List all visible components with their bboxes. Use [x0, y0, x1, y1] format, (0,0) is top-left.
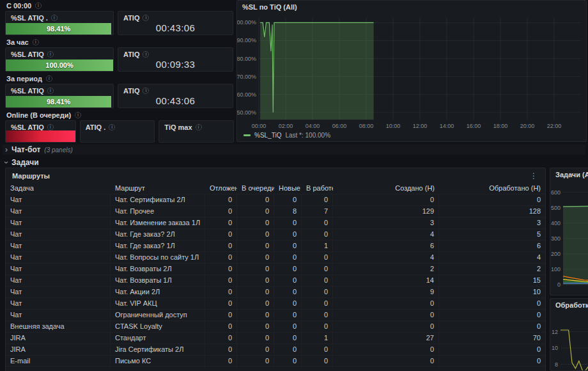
column-header[interactable]: Обработано (Н): [439, 184, 545, 192]
gauge-panel-sl-atiq: %SL ATIQ 100.00%: [5, 47, 114, 72]
svg-text:500: 500: [551, 205, 561, 211]
table-cell: Ограниченный доступ: [111, 310, 205, 321]
stat-panel-tiq-max: TiQ max: [159, 120, 234, 143]
table-cell: 0: [439, 194, 545, 206]
table-cell: 0: [302, 321, 333, 333]
table-cell: Чат. Акции 2Л: [111, 287, 205, 298]
table-cell: 0: [333, 298, 439, 310]
table-cell: Чат: [6, 241, 111, 252]
info-icon[interactable]: [35, 3, 42, 9]
table-cell: 0: [439, 356, 545, 367]
table-cell: 0: [333, 356, 439, 367]
gauge-value: 98.41%: [6, 98, 111, 106]
column-header[interactable]: В работе: [302, 184, 333, 192]
svg-text:100.00%: 100.00%: [237, 19, 256, 26]
table-cell: Чат: [6, 217, 111, 229]
info-icon[interactable]: [33, 39, 39, 45]
table-cell: 0: [439, 321, 545, 333]
panel-title: ATIQ .: [81, 121, 155, 134]
table-cell: 0: [274, 217, 302, 229]
info-icon[interactable]: [143, 51, 149, 58]
table-row: ЧатЧат. Изменение заказа 1Л000033: [6, 217, 545, 228]
table-cell: 0: [274, 356, 302, 367]
column-header[interactable]: Отложены: [205, 184, 237, 192]
row-group-per-hour: За час %SL ATIQ 100.00% ATIQ: [5, 38, 234, 72]
table-row: ЧатЧат. Где заказ? 1Л000166: [6, 240, 545, 251]
table-cell: 0: [205, 206, 237, 217]
svg-text:00:00: 00:00: [252, 123, 267, 129]
row-title-online-queue[interactable]: Online (В очереди): [5, 111, 234, 119]
info-icon[interactable]: [47, 124, 54, 130]
table-cell: Чат: [6, 298, 111, 310]
table-cell: 0: [302, 194, 333, 206]
svg-text:100: 100: [551, 266, 561, 272]
table-cell: 0: [333, 344, 439, 356]
info-icon[interactable]: [51, 15, 58, 21]
table-cell: 0: [205, 229, 237, 241]
table-cell: 0: [205, 356, 237, 367]
svg-text:14:00: 14:00: [440, 123, 454, 129]
row-title-per-hour[interactable]: За час: [5, 38, 234, 46]
table-cell: 4: [333, 252, 439, 264]
table-cell: 0: [237, 321, 274, 333]
info-icon[interactable]: [196, 124, 202, 130]
panel-title-label: %SL ATIQ .: [11, 14, 48, 22]
table-row: ЧатОграниченный доступ000000: [6, 309, 545, 320]
svg-text:300: 300: [551, 235, 561, 242]
table-cell: Стандарт: [111, 333, 205, 344]
svg-text:70.00%: 70.00%: [237, 74, 256, 80]
column-header[interactable]: Создано (Н): [333, 184, 439, 192]
row-title-per-period[interactable]: За период: [5, 74, 234, 83]
info-icon[interactable]: [109, 124, 115, 130]
svg-text:06:00: 06:00: [332, 123, 347, 129]
timeseries-panel-tasks-all: Задачи (All) 010020030040050060001:00: [550, 168, 588, 296]
table-cell: 0: [274, 194, 302, 206]
row-title-since-midnight[interactable]: С 00:00: [5, 1, 234, 10]
info-icon[interactable]: [143, 15, 149, 21]
table-cell: Чат: [6, 229, 111, 241]
panel-title-label: Маршруты: [12, 172, 50, 180]
table-cell: 27: [333, 333, 439, 344]
dashboard-row-chatbot[interactable]: Чат-бот (3 panels): [3, 145, 585, 155]
table-cell: CTASK Loyalty: [111, 321, 205, 333]
row-panels: %SL ATIQ ATIQ . TiQ max: [5, 120, 234, 143]
table-cell: 0: [333, 194, 439, 206]
info-icon[interactable]: [47, 88, 54, 94]
dashboard-row-tasks[interactable]: Задачи: [3, 157, 585, 168]
row-panels: %SL ATIQ 100.00% ATIQ 00:09:33: [5, 47, 234, 72]
table-cell: Чат. Вопросы по сайту 1Л: [111, 252, 205, 264]
panel-menu-icon[interactable]: [529, 171, 539, 180]
column-header[interactable]: В очереди↓: [237, 184, 274, 192]
info-icon[interactable]: [75, 112, 81, 118]
table-cell: Чат: [6, 275, 111, 287]
gauge-bar: 98.41%: [6, 23, 111, 35]
svg-text:12: 12: [552, 329, 558, 335]
column-header[interactable]: Маршрут: [111, 184, 205, 192]
table-cell: 0: [237, 344, 274, 356]
table-cell: 0: [302, 217, 333, 229]
table-cell: 0: [205, 310, 237, 321]
row-title-label: С 00:00: [6, 2, 31, 10]
info-icon[interactable]: [143, 88, 149, 94]
column-header[interactable]: Новые: [274, 184, 302, 192]
table-cell: 0: [237, 206, 274, 217]
table-header-row: ЗадачаМаршрутОтложеныВ очереди↓НовыеВ ра…: [6, 182, 545, 194]
table-cell: 3: [439, 217, 545, 229]
svg-text:90.00%: 90.00%: [237, 37, 256, 43]
table-cell: Чат. Прочее: [111, 206, 205, 217]
table-cell: Jira Сертификаты 2Л: [111, 344, 205, 356]
legend-series-label[interactable]: %SL_TiQ: [254, 132, 281, 139]
table-cell: 0: [237, 287, 274, 298]
table-cell: 0: [333, 321, 439, 333]
svg-text:10:00: 10:00: [386, 123, 401, 129]
svg-text:10: 10: [552, 345, 558, 351]
column-header[interactable]: Задача: [6, 184, 111, 192]
table-cell: 0: [274, 298, 302, 310]
table-row: ЧатЧат. Сертификаты 2Л000000: [6, 194, 545, 205]
table-cell: 0: [205, 264, 237, 275]
table-cell: 0: [274, 275, 302, 287]
info-icon[interactable]: [46, 75, 52, 82]
svg-text:16:00: 16:00: [467, 123, 481, 129]
table-cell: 10: [439, 287, 545, 298]
info-icon[interactable]: [47, 51, 54, 58]
